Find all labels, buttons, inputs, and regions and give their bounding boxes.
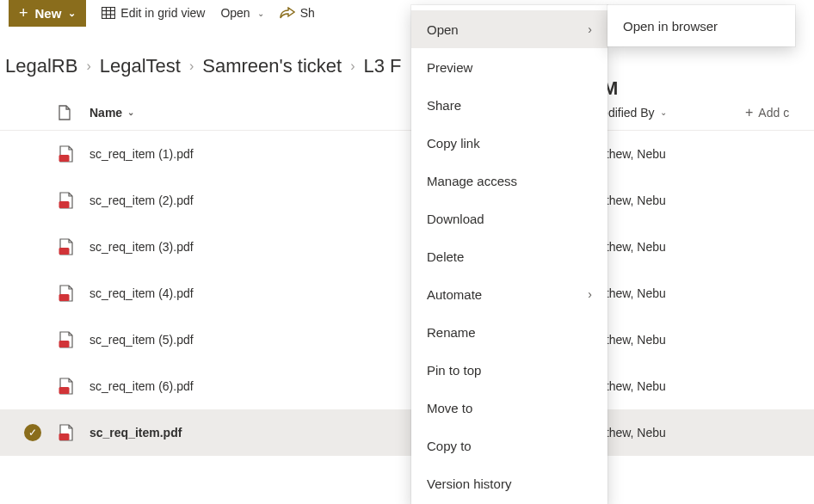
pdf-icon — [59, 145, 89, 163]
edit-grid-button[interactable]: Edit in grid view — [102, 6, 205, 20]
file-name-label: sc_req_item (5).pdf — [89, 333, 194, 347]
share-icon — [280, 7, 295, 19]
menu-item-label: Version history — [427, 476, 511, 491]
modified-by-cell: athew, Nebu — [599, 426, 745, 439]
table-row[interactable]: ✓sc_req_item.pdf⋮athew, Nebu — [0, 409, 814, 456]
context-menu: Open›PreviewShareCopy linkManage accessD… — [411, 5, 607, 504]
svg-rect-6 — [59, 201, 70, 208]
menu-item-copy-link[interactable]: Copy link — [411, 124, 607, 162]
share-label: Sh — [300, 6, 315, 20]
add-column-label: Add c — [758, 106, 789, 120]
pdf-icon — [59, 285, 89, 302]
modified-by-cell: athew, Nebu — [599, 147, 745, 161]
chevron-right-icon: › — [588, 287, 592, 301]
menu-item-pin-to-top[interactable]: Pin to top — [411, 351, 607, 389]
menu-item-move-to[interactable]: Move to — [411, 389, 607, 427]
svg-rect-0 — [102, 8, 115, 19]
menu-item-share[interactable]: Share — [411, 86, 607, 124]
add-column-button[interactable]: + Add c — [745, 105, 814, 120]
menu-item-label: Copy link — [427, 136, 480, 151]
column-modified-by-header[interactable]: lodified By ⌄ — [599, 106, 745, 120]
table-row[interactable]: sc_req_item (1).pdfathew, Nebu — [0, 131, 814, 177]
chevron-right-icon: › — [350, 58, 355, 74]
menu-item-automate[interactable]: Automate› — [411, 275, 607, 313]
plus-icon: + — [745, 105, 753, 120]
pdf-icon — [59, 192, 89, 209]
submenu-item-open-in-browser[interactable]: Open in browser — [607, 9, 795, 43]
table-row[interactable]: sc_req_item (2).pdfathew, Nebu — [0, 177, 814, 224]
svg-rect-11 — [59, 433, 70, 440]
file-name-label: sc_req_item.pdf — [89, 426, 182, 439]
edit-grid-label: Edit in grid view — [120, 6, 205, 20]
file-list: sc_req_item (1).pdfathew, Nebusc_req_ite… — [0, 131, 814, 456]
new-button-label: New — [35, 6, 62, 21]
table-row[interactable]: sc_req_item (3).pdfathew, Nebu — [0, 224, 814, 270]
file-name-label: sc_req_item (4).pdf — [89, 286, 194, 300]
menu-item-label: Copy to — [427, 439, 472, 453]
share-button[interactable]: Sh — [280, 6, 315, 20]
breadcrumb-item[interactable]: LegalRB — [5, 55, 77, 77]
table-row[interactable]: sc_req_item (5).pdfathew, Nebu — [0, 317, 814, 363]
breadcrumb-item[interactable]: LegalTest — [100, 55, 181, 77]
chevron-down-icon: ⌄ — [660, 108, 667, 117]
menu-item-label: Preview — [427, 60, 472, 75]
svg-rect-10 — [59, 387, 70, 394]
chevron-down-icon: ⌄ — [127, 108, 134, 117]
menu-item-label: Pin to top — [427, 363, 481, 378]
pdf-icon — [59, 331, 89, 348]
menu-item-label: Automate — [427, 287, 482, 302]
context-submenu: Open in browser — [607, 5, 795, 46]
menu-item-copy-to[interactable]: Copy to — [411, 427, 607, 464]
menu-item-label: Manage access — [427, 174, 517, 188]
menu-item-label: Download — [427, 212, 484, 226]
chevron-down-icon: ⌄ — [257, 9, 264, 18]
modified-by-cell: athew, Nebu — [599, 379, 745, 393]
menu-item-rename[interactable]: Rename — [411, 313, 607, 351]
menu-item-label: Open — [427, 22, 459, 37]
menu-item-label: Rename — [427, 325, 476, 340]
table-row[interactable]: sc_req_item (6).pdfathew, Nebu — [0, 363, 814, 409]
chevron-right-icon: › — [189, 58, 194, 74]
breadcrumb-item[interactable]: Samreen's ticket — [202, 55, 342, 77]
pdf-icon — [59, 424, 89, 441]
pdf-icon — [59, 238, 89, 255]
menu-item-label: Move to — [427, 401, 472, 415]
file-name-label: sc_req_item (6).pdf — [89, 379, 194, 393]
breadcrumb-item[interactable]: L3 F — [364, 55, 402, 77]
modified-by-cell: athew, Nebu — [599, 240, 745, 254]
table-header: Name ⌄ lodified By ⌄ + Add c — [0, 95, 814, 131]
file-name-label: sc_req_item (3).pdf — [89, 240, 194, 254]
chevron-right-icon: › — [86, 58, 90, 74]
menu-item-delete[interactable]: Delete — [411, 237, 607, 275]
menu-item-open[interactable]: Open› — [411, 10, 607, 48]
open-label: Open — [220, 6, 250, 20]
svg-rect-7 — [59, 248, 70, 255]
svg-rect-5 — [59, 155, 70, 162]
grid-icon — [102, 7, 115, 19]
menu-item-version-history[interactable]: Version history — [411, 464, 607, 502]
checkmark-icon: ✓ — [24, 424, 41, 441]
table-row[interactable]: sc_req_item (4).pdfathew, Nebu — [0, 270, 814, 317]
svg-rect-8 — [59, 294, 70, 301]
plus-icon: + — [19, 5, 28, 21]
row-checkbox[interactable]: ✓ — [24, 424, 59, 441]
new-button[interactable]: + New ⌄ — [9, 0, 86, 27]
column-type-icon — [59, 105, 89, 120]
column-name-label: Name — [89, 106, 122, 120]
pdf-icon — [59, 378, 89, 395]
chevron-right-icon: › — [588, 22, 592, 36]
file-name-label: sc_req_item (1).pdf — [89, 147, 194, 161]
svg-rect-9 — [59, 341, 70, 347]
modified-by-cell: athew, Nebu — [599, 286, 745, 300]
modified-by-cell: athew, Nebu — [599, 333, 745, 347]
submenu-item-label: Open in browser — [623, 19, 718, 34]
modified-by-cell: athew, Nebu — [599, 194, 745, 207]
menu-item-manage-access[interactable]: Manage access — [411, 162, 607, 200]
menu-item-label: Delete — [427, 249, 464, 264]
menu-item-preview[interactable]: Preview — [411, 48, 607, 86]
menu-item-label: Share — [427, 98, 461, 113]
menu-item-download[interactable]: Download — [411, 200, 607, 237]
open-dropdown[interactable]: Open ⌄ — [220, 6, 263, 20]
chevron-down-icon: ⌄ — [68, 8, 76, 19]
file-name-label: sc_req_item (2).pdf — [89, 194, 194, 207]
